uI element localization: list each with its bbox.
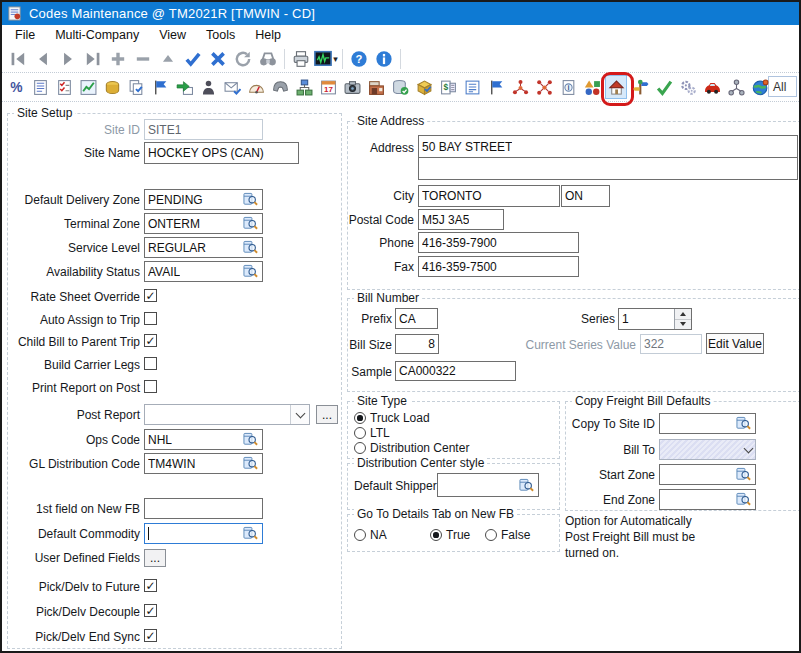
doc-info-codes-icon[interactable]: i xyxy=(558,76,578,98)
fax-field[interactable]: 416-359-7500 xyxy=(418,256,579,277)
delete-record-icon[interactable] xyxy=(131,47,155,71)
city-field[interactable]: TORONTO xyxy=(418,185,560,207)
series-spinner[interactable]: 1 xyxy=(618,308,692,330)
site-name-field[interactable]: HOCKEY OPS (CAN) xyxy=(144,142,299,164)
post-report-dropdown[interactable] xyxy=(144,404,310,425)
lookup-icon[interactable] xyxy=(519,478,535,493)
checklist-codes-icon[interactable] xyxy=(54,76,74,98)
edit-value-button[interactable]: Edit Value xyxy=(706,333,764,354)
insert-record-icon[interactable] xyxy=(106,47,130,71)
goto-na-radio[interactable] xyxy=(354,529,366,541)
build-carrier-legs-checkbox[interactable] xyxy=(144,357,157,370)
menu-tools[interactable]: Tools xyxy=(202,27,239,43)
lookup-icon[interactable] xyxy=(243,216,259,231)
signpost-codes-icon[interactable] xyxy=(630,76,650,98)
service-level-field[interactable]: REGULAR xyxy=(144,237,263,258)
default-commodity-field[interactable] xyxy=(144,523,263,544)
lookup-icon[interactable] xyxy=(243,240,259,255)
first-record-icon[interactable] xyxy=(6,47,30,71)
site-codes-icon[interactable] xyxy=(606,76,626,98)
card-arrow-codes-icon[interactable] xyxy=(174,76,194,98)
bill-size-field[interactable]: 8 xyxy=(395,334,439,354)
network-codes-icon[interactable] xyxy=(510,76,530,98)
availability-status-field[interactable]: AVAIL xyxy=(144,261,263,282)
monitor-icon[interactable]: ▾ xyxy=(314,47,338,71)
gauge-codes-icon[interactable] xyxy=(246,76,266,98)
molecule-codes-icon[interactable] xyxy=(726,76,746,98)
menu-multi-company[interactable]: Multi-Company xyxy=(51,27,143,43)
default-delivery-zone-field[interactable]: PENDING xyxy=(144,189,263,210)
lookup-icon[interactable] xyxy=(736,467,752,482)
pick-delv-decouple-checkbox[interactable]: ✓ xyxy=(144,604,157,617)
help-icon[interactable]: ? xyxy=(347,47,371,71)
series-spin-up-button[interactable] xyxy=(675,309,691,320)
bill-to-dropdown[interactable] xyxy=(659,439,756,460)
flag-codes-icon[interactable] xyxy=(150,76,170,98)
flag2-codes-icon[interactable] xyxy=(486,76,506,98)
default-shipper-field[interactable] xyxy=(437,473,539,497)
series-spin-down-button[interactable] xyxy=(675,320,691,330)
pick-delv-to-future-checkbox[interactable]: ✓ xyxy=(144,579,157,592)
lookup-icon[interactable] xyxy=(736,416,752,431)
sample-field[interactable]: CA000322 xyxy=(395,361,516,381)
copy-to-site-id-field[interactable] xyxy=(659,413,756,434)
province-field[interactable]: ON xyxy=(561,185,610,207)
goto-false-radio[interactable] xyxy=(485,529,497,541)
lookup-icon[interactable] xyxy=(243,456,259,471)
previous-record-icon[interactable] xyxy=(31,47,55,71)
copy-check-codes-icon[interactable] xyxy=(126,76,146,98)
gl-distribution-code-field[interactable]: TM4WIN xyxy=(144,453,263,474)
ops-code-field[interactable]: NHL xyxy=(144,429,263,450)
ltl-radio[interactable] xyxy=(354,427,366,439)
approve-codes-icon[interactable] xyxy=(654,76,674,98)
shapes-codes-icon[interactable] xyxy=(582,76,602,98)
last-record-icon[interactable] xyxy=(81,47,105,71)
chart-codes-icon[interactable] xyxy=(78,76,98,98)
globe-codes-icon[interactable] xyxy=(750,76,770,98)
address-line2-field[interactable] xyxy=(418,157,798,180)
postal-code-field[interactable]: M5J 3A5 xyxy=(418,209,504,230)
menu-help[interactable]: Help xyxy=(251,27,285,43)
distribution-center-radio[interactable] xyxy=(354,442,366,454)
network2-codes-icon[interactable] xyxy=(534,76,554,98)
print-report-on-post-checkbox[interactable] xyxy=(144,380,157,393)
goto-true-radio[interactable] xyxy=(430,529,442,541)
lookup-icon[interactable] xyxy=(243,264,259,279)
filter-combo[interactable]: All xyxy=(768,76,797,97)
post-edit-icon[interactable] xyxy=(181,47,205,71)
lookup-icon[interactable] xyxy=(736,492,752,507)
percent-codes-icon[interactable]: % xyxy=(6,76,26,98)
box-codes-icon[interactable] xyxy=(414,76,434,98)
post-report-ellipsis-button[interactable]: ... xyxy=(316,405,338,424)
phone-codes-icon[interactable] xyxy=(270,76,290,98)
refresh-icon[interactable] xyxy=(231,47,255,71)
gears-codes-icon[interactable] xyxy=(678,76,698,98)
lookup-icon[interactable] xyxy=(243,526,259,541)
invoice-codes-icon[interactable]: $ xyxy=(438,76,458,98)
user-defined-fields-button[interactable]: ... xyxy=(144,549,166,567)
address-line1-field[interactable]: 50 BAY STREET xyxy=(418,135,798,158)
child-bill-to-parent-trip-checkbox[interactable]: ✓ xyxy=(144,334,157,347)
lookup-icon[interactable] xyxy=(243,432,259,447)
camera-codes-icon[interactable] xyxy=(342,76,362,98)
truck-load-radio[interactable] xyxy=(354,412,366,424)
search-icon[interactable] xyxy=(256,47,280,71)
phone-field[interactable]: 416-359-7900 xyxy=(418,232,579,253)
mail-codes-icon[interactable] xyxy=(222,76,242,98)
cancel-edit-icon[interactable] xyxy=(206,47,230,71)
lookup-icon[interactable] xyxy=(243,192,259,207)
car-codes-icon[interactable] xyxy=(702,76,722,98)
pick-delv-end-sync-checkbox[interactable]: ✓ xyxy=(144,629,157,642)
calendar-codes-icon[interactable]: 17 xyxy=(318,76,338,98)
money-codes-icon[interactable] xyxy=(102,76,122,98)
post-report-dropdown-arrow-icon[interactable] xyxy=(290,405,309,424)
next-record-icon[interactable] xyxy=(56,47,80,71)
menu-view[interactable]: View xyxy=(155,27,190,43)
auto-assign-to-trip-checkbox[interactable] xyxy=(144,312,157,325)
edit-record-icon[interactable] xyxy=(156,47,180,71)
terminal-zone-field[interactable]: ONTERM xyxy=(144,213,263,234)
org-chart-codes-icon[interactable] xyxy=(294,76,314,98)
dock-codes-icon[interactable] xyxy=(366,76,386,98)
first-field-new-fb-field[interactable] xyxy=(144,498,263,519)
database-codes-icon[interactable] xyxy=(390,76,410,98)
